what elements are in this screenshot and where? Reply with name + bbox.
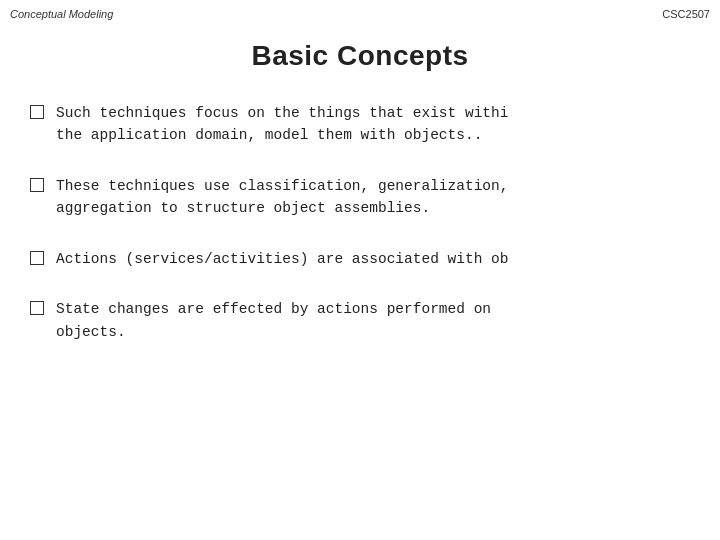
header-left-label: Conceptual Modeling	[10, 8, 113, 20]
checkbox-icon	[30, 105, 44, 119]
list-item: State changes are effected by actions pe…	[30, 298, 690, 343]
header-right-label: CSC2507	[662, 8, 710, 20]
checkbox-icon	[30, 251, 44, 265]
checkbox-icon	[30, 178, 44, 192]
page-title: Basic Concepts	[0, 40, 720, 72]
list-item: Such techniques focus on the things that…	[30, 102, 690, 147]
bullet-text-4: State changes are effected by actions pe…	[56, 298, 491, 343]
checkbox-icon	[30, 301, 44, 315]
bullet-text-1: Such techniques focus on the things that…	[56, 102, 508, 147]
list-item: Actions (services/activities) are associ…	[30, 248, 690, 270]
content-area: Such techniques focus on the things that…	[0, 102, 720, 343]
bullet-text-3: Actions (services/activities) are associ…	[56, 248, 508, 270]
bullet-text-2: These techniques use classification, gen…	[56, 175, 508, 220]
list-item: These techniques use classification, gen…	[30, 175, 690, 220]
